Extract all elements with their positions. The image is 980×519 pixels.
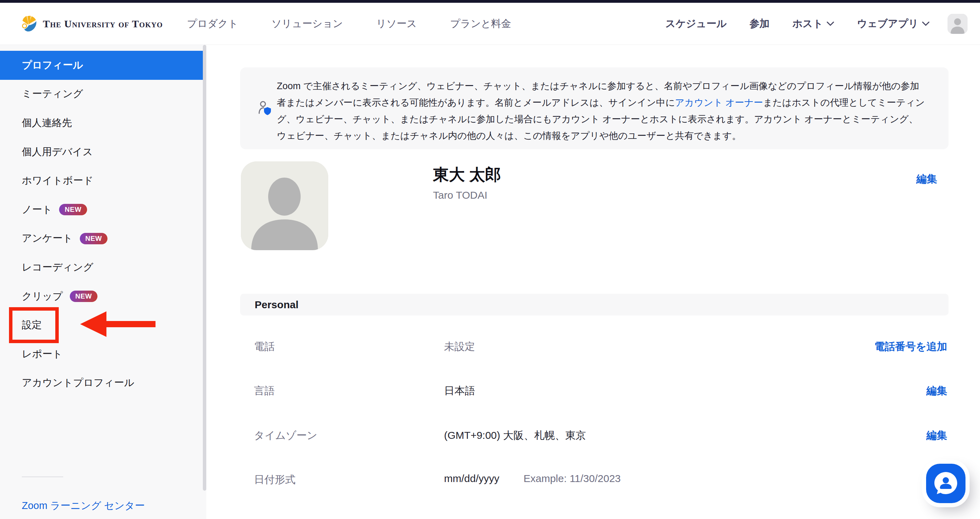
- privacy-notice-text: Zoom で主催されるミーティング、ウェビナー、チャット、またはチャネルに参加す…: [277, 78, 926, 144]
- top-strip: [0, 0, 980, 3]
- profile-latin-name: Taro TODAI: [433, 189, 487, 201]
- row-value: (GMT+9:00) 大阪、札幌、東京: [444, 428, 586, 443]
- privacy-notice-card: Zoom で主催されるミーティング、ウェビナー、チャット、またはチャネルに参加す…: [240, 67, 948, 149]
- table-row-date-format: 日付形式 mm/dd/yyyy Example: 11/30/2023 編集: [240, 473, 948, 488]
- date-format-example: Example: 11/30/2023: [523, 473, 620, 484]
- sidebar-item-whiteboard[interactable]: ホワイトボード: [0, 166, 203, 195]
- sidebar-scrollbar[interactable]: [203, 45, 206, 491]
- new-badge: NEW: [70, 291, 97, 302]
- chat-person-icon: [932, 470, 959, 497]
- nav-schedule[interactable]: スケジュール: [665, 17, 726, 31]
- sidebar-item-profile[interactable]: プロフィール: [0, 51, 203, 80]
- nav-webapp-dropdown[interactable]: ウェブアプリ: [857, 17, 929, 31]
- support-chat-button[interactable]: [926, 464, 966, 503]
- personal-section-header: Personal: [240, 294, 948, 315]
- sidebar: プロフィール ミーティング 個人連絡先 個人用デバイス ホワイトボード ノートN…: [0, 45, 206, 519]
- sidebar-footer-links: Zoom ラーニング センター ビデオチュートリアル ナレッジベース: [0, 493, 203, 519]
- ginkgo-leaf-icon: [20, 15, 37, 33]
- university-logo[interactable]: The University of Tokyo: [20, 15, 163, 33]
- account-nav: スケジュール 参加 ホスト ウェブアプリ: [665, 17, 929, 31]
- university-logo-text: The University of Tokyo: [43, 18, 163, 30]
- sidebar-item-personal-devices[interactable]: 個人用デバイス: [0, 137, 203, 167]
- sidebar-item-reports[interactable]: レポート: [0, 340, 203, 369]
- sidebar-item-meetings[interactable]: ミーティング: [0, 80, 203, 109]
- row-label: 言語: [254, 384, 275, 398]
- header: The University of Tokyo プロダクト ソリューション リソ…: [0, 3, 980, 45]
- avatar-silhouette-icon: [241, 161, 328, 250]
- new-badge: NEW: [80, 233, 107, 244]
- sidebar-item-personal-contacts[interactable]: 個人連絡先: [0, 108, 203, 137]
- table-row-timezone: タイムゾーン (GMT+9:00) 大阪、札幌、東京 編集: [240, 428, 948, 444]
- row-label: 電話: [254, 340, 275, 354]
- row-value: mm/dd/yyyy: [444, 473, 500, 484]
- link-learning-center[interactable]: Zoom ラーニング センター: [22, 499, 145, 513]
- sidebar-menu: プロフィール ミーティング 個人連絡先 個人用デバイス ホワイトボード ノートN…: [0, 51, 203, 397]
- add-phone-number-button[interactable]: 電話番号を追加: [874, 340, 947, 354]
- nav-join[interactable]: 参加: [749, 17, 770, 31]
- edit-language-button[interactable]: 編集: [926, 384, 947, 398]
- list-item: Zoom ラーニング センター: [0, 493, 203, 519]
- sidebar-item-recordings[interactable]: レコーディング: [0, 253, 203, 282]
- sidebar-divider: [22, 476, 63, 477]
- sidebar-item-surveys[interactable]: アンケートNEW: [0, 224, 203, 253]
- nav-products[interactable]: プロダクト: [187, 17, 238, 31]
- row-label: 日付形式: [254, 473, 296, 487]
- edit-timezone-button[interactable]: 編集: [926, 428, 947, 443]
- row-value: 日本語: [444, 384, 475, 398]
- row-value: 未設定: [444, 340, 475, 354]
- nav-resources[interactable]: リソース: [376, 17, 417, 31]
- sidebar-item-settings[interactable]: 設定: [0, 310, 203, 340]
- chevron-down-icon: [827, 21, 834, 26]
- section-title: Personal: [255, 299, 299, 310]
- person-shield-icon: [257, 100, 273, 116]
- nav-solutions[interactable]: ソリューション: [271, 17, 343, 31]
- sidebar-item-notes[interactable]: ノートNEW: [0, 195, 203, 224]
- profile-display-name: 東大 太郎: [433, 164, 501, 186]
- sidebar-item-account-profile[interactable]: アカウントプロフィール: [0, 369, 203, 398]
- user-avatar[interactable]: [948, 14, 967, 34]
- edit-profile-button[interactable]: 編集: [916, 172, 937, 186]
- sidebar-item-clips[interactable]: クリップNEW: [0, 282, 203, 311]
- profile-picture[interactable]: [241, 161, 328, 250]
- avatar-silhouette-icon: [948, 14, 967, 34]
- main-content: Zoom で主催されるミーティング、ウェビナー、チャット、またはチャネルに参加す…: [206, 45, 980, 519]
- row-label: タイムゾーン: [254, 428, 318, 443]
- zoom-web-portal-profile-page: The University of Tokyo プロダクト ソリューション リソ…: [0, 0, 980, 519]
- chevron-down-icon: [922, 21, 929, 26]
- marketing-nav: プロダクト ソリューション リソース プランと料金: [187, 17, 511, 31]
- account-owner-link[interactable]: アカウント オーナー: [675, 97, 763, 108]
- table-row-language: 言語 日本語 編集: [240, 384, 948, 399]
- table-row-phone: 電話 未設定 電話番号を追加: [240, 340, 948, 355]
- nav-plans-pricing[interactable]: プランと料金: [450, 17, 511, 31]
- nav-host-dropdown[interactable]: ホスト: [792, 17, 834, 31]
- new-badge: NEW: [59, 204, 87, 215]
